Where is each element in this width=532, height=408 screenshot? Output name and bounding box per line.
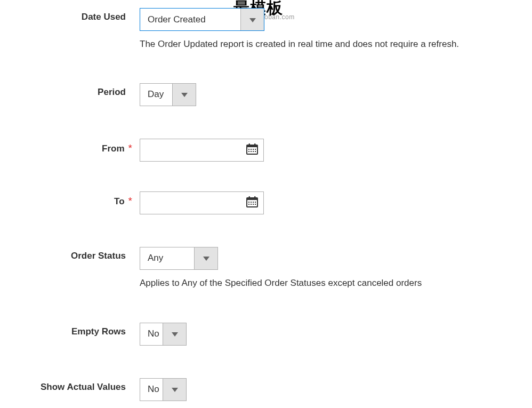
chevron-down-icon: [181, 90, 188, 99]
label-from-text: From: [102, 143, 125, 154]
show-actual-values-select[interactable]: No: [140, 378, 187, 401]
date-used-value: Order Created: [140, 9, 240, 30]
period-dropdown-button[interactable]: [172, 84, 196, 106]
row-order-status: Order Status Any Applies to Any of the S…: [0, 246, 532, 290]
required-asterisk: *: [128, 195, 132, 207]
svg-rect-8: [253, 149, 254, 150]
svg-marker-0: [249, 18, 256, 22]
calendar-icon: [246, 142, 259, 157]
svg-rect-6: [248, 149, 249, 150]
row-date-used: Date Used Order Created The Order Update…: [0, 7, 532, 51]
svg-rect-21: [255, 202, 256, 203]
svg-rect-10: [248, 151, 249, 152]
label-period: Period: [0, 83, 140, 98]
svg-rect-18: [248, 202, 249, 203]
svg-rect-12: [253, 151, 254, 152]
row-period: Period Day: [0, 83, 532, 106]
svg-rect-17: [254, 196, 256, 199]
required-asterisk: *: [128, 142, 132, 154]
svg-rect-16: [249, 196, 251, 199]
empty-rows-dropdown-button[interactable]: [163, 323, 186, 345]
label-date-used: Date Used: [0, 7, 140, 22]
svg-rect-15: [247, 198, 257, 200]
row-from: From *: [0, 138, 532, 162]
order-status-value: Any: [140, 247, 194, 269]
period-select[interactable]: Day: [140, 83, 196, 106]
to-date-input[interactable]: [140, 191, 264, 214]
svg-rect-3: [247, 145, 257, 147]
show-actual-values-value: No: [140, 379, 163, 401]
svg-rect-4: [249, 143, 251, 146]
calendar-icon: [246, 195, 259, 210]
chevron-down-icon: [172, 385, 178, 394]
svg-rect-22: [248, 204, 249, 205]
date-used-help: The Order Updated report is created in r…: [140, 38, 532, 51]
period-value: Day: [140, 84, 172, 106]
svg-marker-27: [172, 332, 178, 337]
label-to-text: To: [114, 196, 125, 207]
order-status-select[interactable]: Any: [140, 247, 218, 270]
svg-marker-28: [172, 388, 178, 392]
show-actual-values-dropdown-button[interactable]: [163, 379, 186, 401]
svg-rect-20: [253, 202, 254, 203]
label-to: To *: [0, 191, 140, 207]
date-used-select[interactable]: Order Created: [140, 8, 264, 31]
from-date-input[interactable]: [140, 139, 264, 162]
order-status-help: Applies to Any of the Specified Order St…: [140, 277, 532, 290]
row-show-actual-values: Show Actual Values No: [0, 378, 532, 401]
chevron-down-icon: [203, 253, 209, 263]
svg-marker-1: [181, 93, 188, 97]
svg-marker-26: [203, 257, 209, 261]
empty-rows-select[interactable]: No: [140, 323, 187, 346]
svg-rect-19: [251, 202, 252, 203]
label-order-status: Order Status: [0, 246, 140, 261]
svg-rect-25: [255, 204, 256, 205]
order-status-dropdown-button[interactable]: [194, 247, 217, 269]
from-calendar-button[interactable]: [241, 142, 263, 157]
svg-rect-11: [251, 151, 252, 152]
svg-rect-24: [253, 204, 254, 205]
row-to: To *: [0, 191, 532, 214]
date-used-dropdown-button[interactable]: [240, 9, 264, 30]
to-calendar-button[interactable]: [241, 195, 263, 210]
svg-rect-9: [255, 149, 256, 150]
label-empty-rows: Empty Rows: [0, 322, 140, 337]
chevron-down-icon: [249, 15, 256, 25]
svg-rect-13: [255, 151, 256, 152]
label-from: From *: [0, 138, 140, 154]
svg-rect-5: [254, 143, 256, 146]
empty-rows-value: No: [140, 323, 163, 345]
svg-rect-23: [251, 204, 252, 205]
svg-rect-7: [251, 149, 252, 150]
label-show-actual-values: Show Actual Values: [0, 378, 140, 393]
chevron-down-icon: [172, 329, 178, 339]
row-empty-rows: Empty Rows No: [0, 322, 532, 346]
